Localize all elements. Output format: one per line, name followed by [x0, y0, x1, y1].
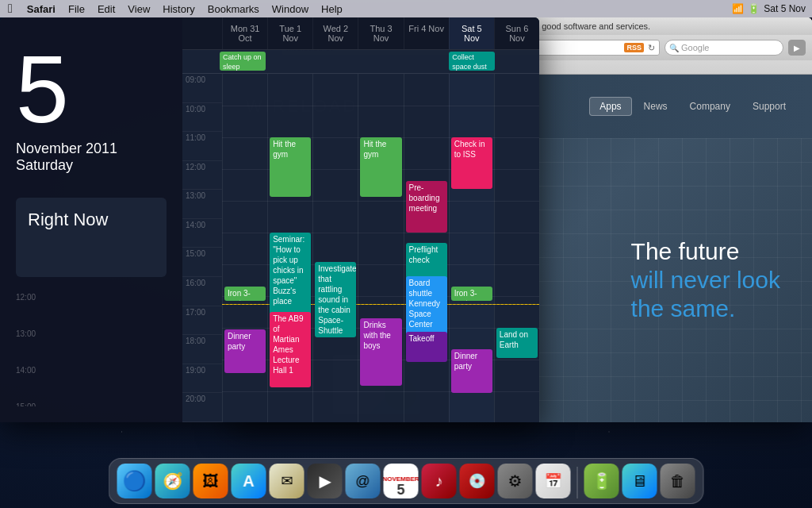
day-col-3: Hit the gym Drinks with the boys [358, 74, 403, 422]
menu-file[interactable]: File [62, 3, 91, 15]
right-now-panel: Right Now [16, 198, 167, 277]
allday-event-catchup[interactable]: Catch up on sleep [220, 52, 266, 71]
menu-edit[interactable]: Edit [91, 3, 121, 15]
day-col-1: Hit the gym Seminar: "How to pick up chi… [267, 74, 312, 422]
finder-icon: 🔵 [123, 470, 147, 492]
event-drinks-thu[interactable]: Drinks with the boys [360, 318, 401, 386]
search-placeholder: Google [681, 43, 709, 52]
calendar-left-panel: 5 November 2011 Saturday Right Now 12:00… [0, 17, 182, 422]
event-board-fri[interactable]: Board shuttle Kennedy Space Center [406, 276, 447, 336]
apple-menu[interactable]:  [0, 2, 21, 16]
event-takeoff-fri[interactable]: Takeoff [406, 332, 447, 362]
timeslot-15: 15:00 [182, 248, 222, 277]
event-gym-tue[interactable]: Hit the gym [270, 137, 311, 197]
calendar-month-year: November 2011 [16, 140, 167, 157]
allday-event-collect[interactable]: Collect space dust [449, 52, 495, 71]
dock-calendar[interactable]: NOVEMBER 5 [384, 464, 419, 498]
dock-battery[interactable]: 🔋 [584, 464, 619, 498]
timeslot-10: 10:00 [182, 103, 222, 133]
day-col-5: Check in to ISS Iron 3-part space suit D… [449, 74, 494, 422]
hero-line3: the same. [631, 294, 780, 323]
calendar-weekday: Saturday [16, 157, 167, 174]
dock-trash[interactable]: 🗑 [661, 464, 695, 498]
battery-icon: 🔋 [748, 3, 760, 14]
event-checkin-sat[interactable]: Check in to ISS [451, 137, 492, 189]
quicktime-icon: ▶ [319, 471, 331, 491]
rss-badge[interactable]: RSS [624, 43, 644, 52]
allday-col-0: Catch up on sleep [218, 50, 264, 73]
timeslot-19: 19:00 [182, 364, 222, 394]
event-gym-thu[interactable]: Hit the gym [360, 137, 401, 197]
dock-preview[interactable]: 🖼 [193, 464, 228, 498]
dock-dvd[interactable]: 💿 [460, 464, 495, 498]
day-header-2: Wed 2 Nov [312, 17, 358, 49]
allday-col-2 [310, 50, 356, 73]
event-iron-sat[interactable]: Iron 3-part space suit [451, 287, 492, 301]
dock-system-prefs[interactable]: ⚙ [498, 464, 533, 498]
calendar-day-icon: 5 [396, 483, 404, 497]
event-seminar-tue[interactable]: Seminar: "How to pick up chicks in space… [270, 233, 311, 320]
timeslot-11: 11:00 [182, 132, 222, 161]
safari-icon: 🧭 [163, 471, 182, 491]
event-iron-mon[interactable]: Iron 3-part space suit [224, 287, 266, 301]
day-col-0: Iron 3-part space suit Dinner party [222, 74, 267, 422]
time-column: 09:00 10:00 11:00 12:00 13:00 14:00 15:0… [182, 74, 222, 422]
event-dinner-mon[interactable]: Dinner party [224, 329, 266, 373]
day-header-4: Fri 4 Nov [404, 17, 449, 49]
calendar-app: 5 November 2011 Saturday Right Now 12:00… [0, 17, 539, 422]
mail-icon: @ [355, 473, 370, 490]
menu-bar-right: 📶 🔋 Sat 5 Nov [732, 3, 812, 14]
preview-icon: 🖼 [203, 472, 219, 491]
menu-view[interactable]: View [121, 3, 156, 15]
system-prefs-icon: ⚙ [508, 471, 523, 491]
dock-mail[interactable]: @ [346, 464, 381, 498]
finder2-icon: 🖥 [632, 472, 648, 491]
nav-company[interactable]: Company [680, 97, 741, 116]
event-ab9-tue[interactable]: The AB9 of Martian Ames Lecture Hall 1 [270, 312, 311, 387]
site-nav: Apps News Company Support [589, 97, 796, 116]
dock-finder2[interactable]: 🖥 [622, 464, 657, 498]
all-day-row: Catch up on sleep Collect space dust [182, 50, 539, 74]
timeslot-20: 20:00 [182, 393, 222, 422]
menu-bookmarks[interactable]: Bookmarks [201, 3, 266, 15]
nav-apps[interactable]: Apps [589, 97, 631, 116]
refresh-icon[interactable]: ↻ [648, 43, 655, 53]
day-header-3: Thu 3 Nov [358, 17, 403, 49]
event-preboard-fri[interactable]: Pre-boarding meeting [406, 181, 447, 233]
menu-window[interactable]: Window [266, 3, 315, 15]
dock-itunes[interactable]: ♪ [422, 464, 457, 498]
nav-news[interactable]: News [634, 97, 678, 116]
search-bar[interactable]: 🔍 Google [665, 40, 783, 56]
menu-help[interactable]: Help [315, 3, 349, 15]
dock-appstore[interactable]: A [232, 464, 266, 498]
calendar-body: 09:00 10:00 11:00 12:00 13:00 14:00 15:0… [182, 74, 539, 422]
day-header-5: Sat 5 Nov [449, 17, 494, 49]
timeslot-12: 12:00 [182, 161, 222, 190]
dock-safari[interactable]: 🧭 [155, 464, 190, 498]
event-dinner-sat[interactable]: Dinner party [451, 349, 492, 393]
site-hero-text: The future will never look the same. [631, 237, 780, 323]
dock: 🔵 🧭 🖼 A ✉ ▶ @ NOVEMBER 5 ♪ 💿 ⚙ [109, 458, 704, 504]
event-rattling-wed[interactable]: Investigate that rattling sound in the c… [315, 262, 356, 337]
search-go-button[interactable]: ▶ [788, 40, 806, 56]
allday-col-5: Collect space dust [447, 50, 493, 73]
days-grid: Iron 3-part space suit Dinner party Hit … [222, 74, 539, 422]
dock-ical[interactable]: 📅 [536, 464, 571, 498]
calendar-day-number: 5 [16, 41, 167, 137]
dock-stamp[interactable]: ✉ [270, 464, 304, 498]
dock-quicktime[interactable]: ▶ [308, 464, 343, 498]
week-header: Mon 31 Oct Tue 1 Nov Wed 2 Nov Thu 3 Nov… [182, 17, 539, 50]
menu-history[interactable]: History [156, 3, 201, 15]
menu-bar:  Safari File Edit View History Bookmark… [0, 0, 812, 17]
nav-support[interactable]: Support [742, 97, 796, 116]
event-land-sun[interactable]: Land on Earth [496, 328, 538, 358]
timeslot-14: 14:00 [182, 219, 222, 248]
hero-line2: will never look [631, 266, 780, 294]
menu-safari[interactable]: Safari [21, 3, 62, 15]
dock-separator [577, 467, 578, 498]
timeslot-18: 18:00 [182, 335, 222, 364]
timeslot-17: 17:00 [182, 306, 222, 336]
timeslot-16: 16:00 [182, 277, 222, 306]
wifi-icon: 📶 [732, 3, 744, 14]
dock-finder[interactable]: 🔵 [117, 464, 152, 498]
